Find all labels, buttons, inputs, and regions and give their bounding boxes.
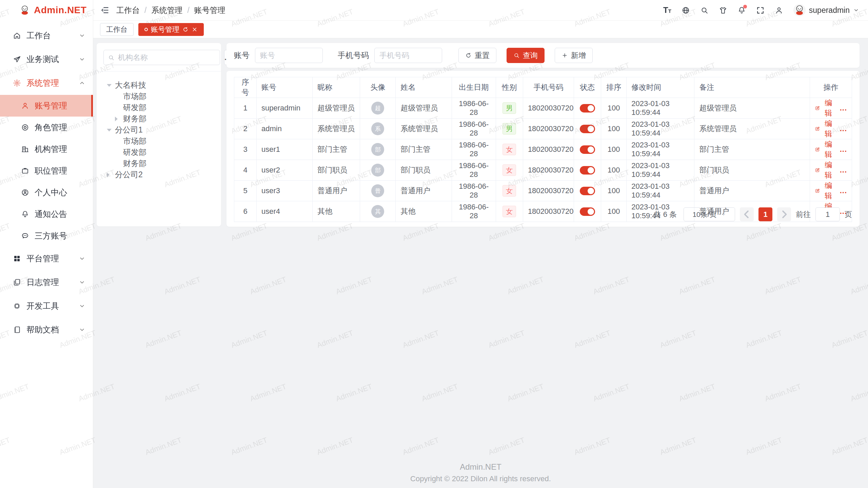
- cell-birth: 1986-06-28: [452, 139, 496, 160]
- search-icon[interactable]: [700, 6, 709, 15]
- prev-page-button[interactable]: [740, 207, 754, 221]
- tree-node-研发部[interactable]: 研发部: [103, 102, 214, 113]
- active-dot-icon: [144, 28, 148, 31]
- column-header-phone: 手机号码: [523, 77, 574, 98]
- breadcrumb-item-account[interactable]: 账号管理: [194, 5, 225, 16]
- cell-modified: 2023-01-03 10:59:44: [627, 181, 694, 201]
- tree-caret-icon[interactable]: [107, 84, 115, 87]
- edit-button[interactable]: 编辑: [815, 139, 834, 160]
- menu-fold-icon[interactable]: [101, 6, 110, 15]
- sidebar-item-帮助文档[interactable]: 帮助文档: [0, 318, 93, 342]
- tree-node-label: 大名科技: [115, 80, 146, 90]
- cell-name: 部门主管: [396, 139, 452, 160]
- sidebar-item-个人中心[interactable]: 个人中心: [0, 182, 93, 203]
- status-toggle[interactable]: [580, 166, 595, 175]
- refresh-icon: [465, 52, 472, 59]
- sidebar-item-机构管理[interactable]: 机构管理: [0, 138, 93, 160]
- goto-page-input[interactable]: [815, 207, 840, 221]
- cell-remark: 部门主管: [694, 139, 810, 160]
- cell-account: user4: [257, 201, 313, 222]
- cell-name: 普通用户: [396, 181, 452, 201]
- sidebar-item-开发工具[interactable]: 开发工具: [0, 294, 93, 318]
- sidebar-item-账号管理[interactable]: 账号管理: [0, 95, 93, 117]
- more-actions-button[interactable]: ...: [840, 186, 847, 195]
- sidebar-item-label: 业务测试: [26, 54, 59, 65]
- tree-node-市场部[interactable]: 市场部: [103, 91, 214, 102]
- filter-panel: 账号 手机号码 重置 查询 新增: [226, 43, 860, 68]
- status-toggle[interactable]: [580, 207, 595, 216]
- sidebar-item-平台管理[interactable]: 平台管理: [0, 247, 93, 270]
- sidebar-item-职位管理[interactable]: 职位管理: [0, 160, 93, 182]
- cell-no: 4: [234, 160, 257, 181]
- breadcrumb-item-system[interactable]: 系统管理: [151, 5, 182, 16]
- tree-node-市场部[interactable]: 市场部: [103, 136, 214, 147]
- tree-caret-icon[interactable]: [107, 172, 115, 177]
- pagination: 共 6 条 10条/页 1 前往 页: [654, 207, 852, 221]
- tree-node-分公司1[interactable]: 分公司1: [103, 124, 214, 136]
- refresh-icon[interactable]: [182, 26, 189, 33]
- query-button[interactable]: 查询: [507, 48, 545, 63]
- tree-node-分公司2[interactable]: 分公司2: [103, 169, 214, 180]
- next-page-button[interactable]: [777, 207, 791, 221]
- sidebar-item-日志管理[interactable]: 日志管理: [0, 270, 93, 294]
- column-header-order: 排序: [601, 77, 627, 98]
- edit-button[interactable]: 编辑: [815, 160, 834, 180]
- table-body: 1superadmin超级管理员超超级管理员1986-06-28男1802003…: [234, 98, 852, 222]
- fullscreen-icon[interactable]: [756, 6, 765, 15]
- tree-node-财务部[interactable]: 财务部: [103, 158, 214, 169]
- cell-status: [574, 119, 601, 139]
- cell-avatar: 其: [360, 201, 396, 222]
- cell-phone: 18020030720: [523, 139, 574, 160]
- cell-account: user3: [257, 181, 313, 201]
- cell-op: 编辑...: [810, 139, 852, 160]
- more-actions-button[interactable]: ...: [840, 145, 847, 154]
- tree-caret-icon[interactable]: [107, 129, 115, 131]
- edit-button[interactable]: 编辑: [815, 119, 834, 139]
- tree-node-财务部[interactable]: 财务部: [103, 113, 214, 124]
- breadcrumb-item-workbench[interactable]: 工作台: [116, 5, 140, 16]
- cell-remark: 超级管理员: [694, 98, 810, 119]
- sidebar-item-角色管理[interactable]: 角色管理: [0, 117, 93, 138]
- more-actions-button[interactable]: ...: [840, 166, 847, 175]
- cell-no: 5: [234, 181, 257, 201]
- account-input[interactable]: [255, 48, 323, 63]
- cell-modified: 2023-01-03 10:59:44: [627, 98, 694, 119]
- language-icon[interactable]: [682, 6, 690, 15]
- sidebar-item-通知公告[interactable]: 通知公告: [0, 203, 93, 225]
- more-actions-button[interactable]: ...: [840, 124, 847, 133]
- status-toggle[interactable]: [580, 104, 595, 113]
- cell-avatar: 超: [360, 98, 396, 119]
- tab-账号管理[interactable]: 账号管理: [138, 23, 204, 36]
- org-search-input[interactable]: [118, 53, 216, 62]
- tree-node-研发部[interactable]: 研发部: [103, 147, 214, 158]
- reset-button[interactable]: 重置: [458, 48, 496, 63]
- more-actions-button[interactable]: ...: [840, 104, 847, 113]
- user-menu[interactable]: superadmin: [793, 4, 859, 16]
- edit-button[interactable]: 编辑: [815, 98, 834, 118]
- status-toggle[interactable]: [580, 187, 595, 195]
- sidebar-item-三方账号[interactable]: 三方账号: [0, 225, 93, 247]
- add-button[interactable]: 新增: [555, 48, 593, 63]
- tree-node-大名科技[interactable]: 大名科技: [103, 80, 214, 91]
- page-size-select[interactable]: 10条/页: [684, 207, 735, 221]
- close-icon[interactable]: [192, 26, 198, 33]
- sidebar-item-业务测试[interactable]: 业务测试: [0, 47, 93, 71]
- user-icon[interactable]: [775, 6, 783, 15]
- status-toggle[interactable]: [580, 145, 595, 154]
- sidebar-item-系统管理[interactable]: 系统管理: [0, 71, 93, 95]
- chevron-up-icon: [79, 80, 85, 86]
- sidebar-item-工作台[interactable]: 工作台: [0, 24, 93, 47]
- notification-icon[interactable]: [737, 6, 746, 15]
- cell-remark: 部门职员: [694, 160, 810, 181]
- edit-icon: [815, 105, 820, 111]
- font-size-icon[interactable]: TT: [663, 5, 671, 15]
- edit-button[interactable]: 编辑: [815, 181, 834, 201]
- phone-input[interactable]: [374, 48, 442, 63]
- tree-caret-icon[interactable]: [115, 117, 123, 121]
- cell-status: [574, 139, 601, 160]
- cell-nickname: 部门主管: [313, 139, 360, 160]
- tab-工作台[interactable]: 工作台: [100, 23, 134, 36]
- theme-icon[interactable]: [719, 6, 727, 15]
- status-toggle[interactable]: [580, 125, 595, 133]
- page-number-button[interactable]: 1: [758, 207, 772, 221]
